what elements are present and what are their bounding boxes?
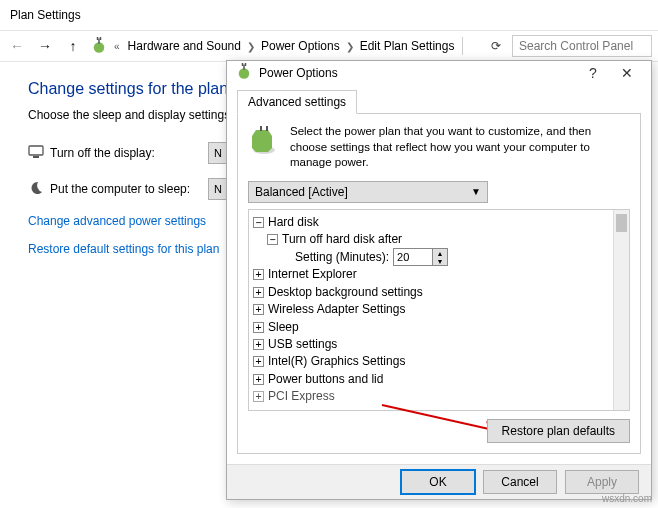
collapse-icon[interactable]: − [253, 217, 264, 228]
nav-up-icon[interactable]: ↑ [62, 35, 84, 57]
display-label: Turn off the display: [50, 146, 155, 160]
svg-rect-1 [98, 39, 100, 44]
tree-setting-minutes: Setting (Minutes): ▲▼ [295, 248, 609, 266]
tab-panel: Select the power plan that you want to c… [237, 114, 641, 453]
intro-row: Select the power plan that you want to c… [248, 124, 630, 171]
minutes-input[interactable] [393, 248, 433, 266]
window-title: Plan Settings [0, 0, 658, 30]
svg-rect-8 [242, 63, 244, 66]
dialog-titlebar: Power Options ? ✕ [227, 61, 651, 85]
dialog-footer: OK Cancel Apply [227, 464, 651, 499]
intro-text: Select the power plan that you want to c… [290, 124, 630, 171]
power-plan-icon [90, 37, 108, 55]
plan-select[interactable]: Balanced [Active] ▼ [248, 181, 488, 203]
restore-row: Restore plan defaults [248, 419, 630, 443]
display-select[interactable]: N [208, 142, 228, 164]
svg-rect-9 [245, 63, 247, 66]
dialog-title: Power Options [259, 66, 575, 80]
tree-sleep[interactable]: +Sleep [253, 319, 609, 336]
sleep-select[interactable]: N [208, 178, 228, 200]
power-options-dialog: Power Options ? ✕ Advanced settings Sele… [226, 60, 652, 500]
spin-down-icon[interactable]: ▼ [433, 257, 447, 265]
tree-power-buttons[interactable]: +Power buttons and lid [253, 371, 609, 388]
ok-button[interactable]: OK [401, 470, 475, 494]
svg-rect-7 [243, 64, 245, 69]
power-icon [235, 63, 253, 84]
separator [462, 37, 463, 55]
svg-rect-2 [97, 37, 99, 40]
chevron-right-icon: ❯ [346, 41, 354, 52]
expand-icon[interactable]: + [253, 391, 264, 402]
tree-intel[interactable]: +Intel(R) Graphics Settings [253, 353, 609, 370]
display-icon [28, 144, 44, 163]
cancel-button[interactable]: Cancel [483, 470, 557, 494]
apply-button: Apply [565, 470, 639, 494]
expand-icon[interactable]: + [253, 269, 264, 280]
breadcrumb-item-power[interactable]: Power Options [259, 37, 342, 55]
sleep-label: Put the computer to sleep: [50, 182, 190, 196]
spin-up-icon[interactable]: ▲ [433, 249, 447, 257]
svg-rect-11 [260, 126, 262, 131]
tree-desktop[interactable]: +Desktop background settings [253, 284, 609, 301]
sleep-icon [28, 180, 44, 199]
scrollbar[interactable] [613, 210, 629, 410]
tree-pci[interactable]: +PCI Express [253, 388, 609, 405]
search-input[interactable]: Search Control Panel [512, 35, 652, 57]
tab-strip: Advanced settings [237, 89, 641, 114]
breadcrumb-item-hardware[interactable]: Hardware and Sound [126, 37, 243, 55]
expand-icon[interactable]: + [253, 287, 264, 298]
address-bar: ← → ↑ « Hardware and Sound ❯ Power Optio… [0, 30, 658, 62]
svg-rect-5 [33, 156, 39, 158]
window-title-text: Plan Settings [10, 8, 81, 22]
tree-wireless[interactable]: +Wireless Adapter Settings [253, 301, 609, 318]
expand-icon[interactable]: + [253, 374, 264, 385]
expand-icon[interactable]: + [253, 304, 264, 315]
close-icon[interactable]: ✕ [611, 65, 643, 81]
plan-select-value: Balanced [Active] [255, 185, 348, 199]
nav-forward-icon[interactable]: → [34, 35, 56, 57]
tree-hard-disk[interactable]: −Hard disk [253, 214, 609, 231]
collapse-icon[interactable]: − [267, 234, 278, 245]
breadcrumb: Hardware and Sound ❯ Power Options ❯ Edi… [126, 37, 457, 55]
nav-back-icon: ← [6, 35, 28, 57]
chevron-double-icon: « [114, 41, 120, 52]
svg-rect-12 [266, 126, 268, 131]
search-placeholder: Search Control Panel [519, 39, 633, 53]
help-icon[interactable]: ? [581, 65, 605, 81]
tree-usb[interactable]: +USB settings [253, 336, 609, 353]
tab-advanced[interactable]: Advanced settings [237, 90, 357, 114]
chevron-right-icon: ❯ [247, 41, 255, 52]
svg-rect-3 [100, 37, 102, 40]
breadcrumb-item-edit[interactable]: Edit Plan Settings [358, 37, 457, 55]
chevron-down-icon: ▼ [471, 186, 481, 197]
minutes-spinner[interactable]: ▲▼ [393, 248, 448, 266]
expand-icon[interactable]: + [253, 339, 264, 350]
expand-icon[interactable]: + [253, 322, 264, 333]
expand-icon[interactable]: + [253, 356, 264, 367]
svg-point-6 [239, 68, 250, 79]
restore-plan-defaults-button[interactable]: Restore plan defaults [487, 419, 630, 443]
settings-tree: −Hard disk −Turn off hard disk after Set… [248, 209, 630, 411]
setting-label: Setting (Minutes): [295, 249, 389, 266]
tree-turn-off-hdd[interactable]: −Turn off hard disk after [267, 231, 609, 248]
svg-point-0 [94, 42, 105, 53]
tree-ie[interactable]: +Internet Explorer [253, 266, 609, 283]
refresh-icon[interactable]: ⟳ [486, 36, 506, 56]
battery-icon [248, 124, 280, 171]
svg-rect-4 [29, 146, 43, 155]
watermark: wsxdn.com [602, 493, 652, 504]
